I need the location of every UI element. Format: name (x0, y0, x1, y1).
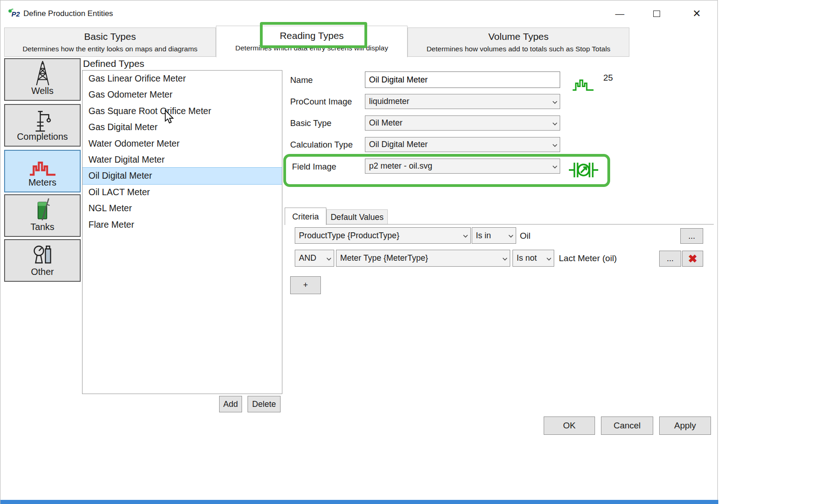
chevron-down-icon (324, 254, 334, 263)
tab-description: Determines which data entry screens will… (216, 44, 407, 52)
tab-criteria[interactable]: Criteria (285, 208, 326, 225)
chevron-down-icon (506, 231, 516, 240)
p2-logo-icon: P2 (8, 8, 22, 21)
procount-image-select[interactable]: liquidmeter (365, 94, 560, 109)
field-image-label: Field Image (292, 159, 336, 175)
sidebar-item-meters[interactable]: Meters (4, 150, 81, 192)
meter-preview-icon (572, 76, 595, 94)
list-item[interactable]: Gas Linear Orifice Meter (83, 71, 282, 87)
maximize-icon (653, 11, 660, 17)
field-image-value: p2 meter - oil.svg (365, 161, 550, 171)
screen: P2 Define Production Entities — ✕ Basic … (0, 0, 821, 504)
defined-types-heading: Defined Types (83, 58, 144, 69)
close-button[interactable]: ✕ (686, 7, 707, 21)
tab-basic-types[interactable]: Basic Types Determines how the entity lo… (4, 27, 216, 57)
window-bottom-edge (0, 500, 718, 504)
basic-type-label: Basic Type (290, 115, 331, 131)
criteria-field-select-2[interactable]: Meter Type {MeterType} (336, 250, 510, 267)
meter-waveform-icon (5, 153, 80, 178)
tank-icon (5, 197, 80, 223)
sidebar-item-wells[interactable]: Wells (4, 58, 81, 101)
tab-label: Basic Types (5, 31, 215, 42)
tab-reading-types[interactable]: Reading Types Determines which data entr… (216, 26, 408, 57)
criteria-value-2: Lact Meter (oil) (559, 253, 617, 263)
basic-type-select[interactable]: Oil Meter (365, 115, 560, 131)
other-equipment-icon (5, 242, 80, 268)
title-bar: P2 Define Production Entities — ✕ (0, 0, 717, 27)
tab-volume-types[interactable]: Volume Types Determines how volumes add … (408, 27, 629, 57)
criteria-more-button-1[interactable]: ... (680, 228, 703, 244)
name-input[interactable] (365, 71, 560, 88)
cancel-button[interactable]: Cancel (601, 416, 653, 435)
maximize-button[interactable] (646, 7, 667, 21)
sidebar-item-label: Completions (5, 131, 80, 142)
list-item[interactable]: Gas Square Root Orifice Meter (83, 103, 282, 119)
mouse-cursor-icon (164, 110, 175, 126)
sidebar-item-other[interactable]: Other (4, 239, 81, 282)
criteria-panel-border (285, 224, 714, 225)
svg-text:P2: P2 (11, 10, 20, 18)
criteria-delete-row-button[interactable]: ✖ (682, 251, 703, 267)
field-image-select[interactable]: p2 meter - oil.svg (365, 159, 560, 174)
criteria-field-value-2: Meter Type {MeterType} (336, 253, 500, 263)
criteria-field-value-1: ProductType {ProductType} (295, 231, 460, 241)
sidebar-item-label: Wells (5, 86, 80, 96)
tab-label: Reading Types (216, 30, 407, 41)
criteria-operator-value-2: Is not (513, 253, 544, 263)
ok-button[interactable]: OK (544, 416, 595, 435)
tab-description: Determines how the entity looks on maps … (5, 45, 215, 53)
criteria-conjunction-select-2[interactable]: AND (295, 250, 334, 267)
list-item[interactable]: Flare Meter (83, 217, 282, 233)
tab-label: Volume Types (408, 31, 629, 42)
add-criteria-row-button[interactable]: + (290, 276, 321, 294)
list-item[interactable]: Water Digital Meter (83, 152, 282, 168)
defined-types-list: Gas Linear Orifice Meter Gas Odometer Me… (82, 70, 282, 394)
chevron-down-icon (550, 162, 560, 170)
chevron-down-icon (544, 254, 554, 263)
chevron-down-icon (500, 254, 510, 263)
criteria-operator-value-1: Is in (472, 231, 506, 241)
sidebar-item-tanks[interactable]: Tanks (4, 194, 81, 237)
calculation-type-label: Calculation Type (290, 137, 353, 153)
sidebar-item-label: Other (5, 267, 80, 277)
calculation-type-select[interactable]: Oil Digital Meter (365, 137, 560, 152)
wells-derrick-icon (5, 61, 80, 87)
window-title: Define Production Entities (23, 9, 113, 18)
list-item[interactable]: Oil LACT Meter (83, 184, 282, 200)
count-badge: 25 (603, 73, 613, 83)
minimize-button[interactable]: — (609, 7, 630, 21)
sidebar-item-completions[interactable]: Completions (4, 104, 81, 147)
criteria-conjunction-value-2: AND (295, 253, 324, 263)
list-item[interactable]: Gas Odometer Meter (83, 87, 282, 103)
red-x-icon: ✖ (688, 252, 697, 265)
criteria-operator-select-1[interactable]: Is in (472, 227, 516, 244)
procount-image-value: liquidmeter (365, 97, 550, 106)
chevron-down-icon (460, 231, 470, 240)
chevron-down-icon (550, 141, 560, 149)
list-item-selected[interactable]: Oil Digital Meter (83, 168, 282, 184)
define-production-entities-window: P2 Define Production Entities — ✕ Basic … (0, 0, 718, 504)
delete-button[interactable]: Delete (248, 396, 281, 412)
flow-meter-icon (569, 159, 598, 182)
procount-image-label: ProCount Image (290, 93, 352, 110)
criteria-more-button-2[interactable]: ... (659, 251, 681, 267)
chevron-down-icon (550, 119, 560, 127)
calculation-type-value: Oil Digital Meter (365, 140, 550, 149)
criteria-field-select-1[interactable]: ProductType {ProductType} (295, 227, 471, 244)
add-button[interactable]: Add (219, 396, 242, 412)
sidebar-item-label: Tanks (5, 222, 80, 232)
list-item[interactable]: Water Odometer Meter (83, 136, 282, 152)
basic-type-value: Oil Meter (365, 118, 550, 128)
sidebar-item-label: Meters (5, 177, 80, 188)
tab-default-values[interactable]: Default Values (326, 209, 388, 225)
list-item[interactable]: NGL Meter (83, 200, 282, 216)
list-item[interactable]: Gas Digital Meter (83, 119, 282, 135)
name-label: Name (290, 72, 313, 88)
criteria-value-1: Oil (520, 231, 530, 241)
chevron-down-icon (550, 98, 560, 106)
tab-description: Determines how volumes add to totals suc… (408, 45, 629, 53)
apply-button[interactable]: Apply (659, 416, 711, 435)
criteria-operator-select-2[interactable]: Is not (512, 250, 554, 267)
completions-wellhead-icon (5, 107, 80, 132)
